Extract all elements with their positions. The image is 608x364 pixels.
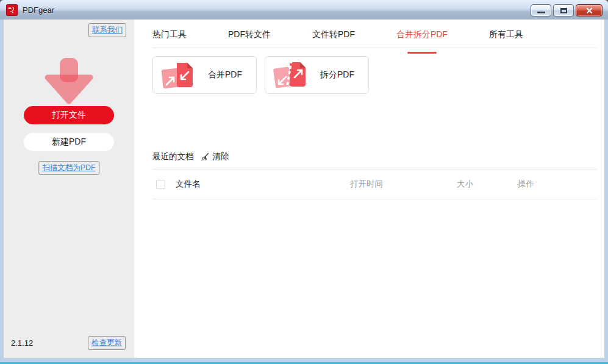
app-window: PDFgear 联系我们 打开文件 新建PDF 扫描 xyxy=(0,0,608,364)
recent-table-header: 文件名 打开时间 大小 操作 xyxy=(134,170,604,199)
column-open-time: 打开时间 xyxy=(350,179,457,190)
tool-cards: 合并PDF 拆分PDF xyxy=(152,56,604,94)
column-filename: 文件名 xyxy=(176,179,350,190)
close-button[interactable] xyxy=(576,4,603,16)
split-pdf-card[interactable]: 拆分PDF xyxy=(265,56,369,94)
download-arrow-icon xyxy=(40,57,98,106)
clear-recent-label: 清除 xyxy=(213,151,229,162)
merge-pdf-icon xyxy=(160,60,195,90)
open-file-button[interactable]: 打开文件 xyxy=(24,106,114,124)
tab-popular-tools[interactable]: 热门工具 xyxy=(152,28,187,48)
new-pdf-button[interactable]: 新建PDF xyxy=(24,133,114,151)
column-actions: 操作 xyxy=(518,179,597,190)
tab-file-to-pdf[interactable]: 文件转PDF xyxy=(312,28,355,48)
tabs-divider xyxy=(152,48,597,48)
window-controls xyxy=(531,4,608,16)
titlebar[interactable]: PDFgear xyxy=(0,0,608,20)
select-all-checkbox[interactable] xyxy=(156,180,165,189)
main-content: 热门工具 PDF转文件 文件转PDF 合并拆分PDF 所有工具 合并PDF xyxy=(134,20,604,358)
minimize-button[interactable] xyxy=(531,4,551,16)
app-logo-icon xyxy=(6,4,18,16)
split-pdf-label: 拆分PDF xyxy=(320,70,354,80)
tab-pdf-to-file[interactable]: PDF转文件 xyxy=(228,28,271,48)
app-version: 2.1.12 xyxy=(11,338,33,348)
contact-us-link[interactable]: 联系我们 xyxy=(88,23,126,37)
maximize-button[interactable] xyxy=(553,4,574,16)
split-pdf-icon xyxy=(273,60,307,90)
recent-documents-title: 最近的文档 xyxy=(152,151,194,162)
scan-to-pdf-link[interactable]: 扫描文档为PDF xyxy=(38,161,99,175)
check-update-link[interactable]: 检查更新 xyxy=(88,336,126,350)
close-icon xyxy=(586,7,593,14)
recent-divider-bottom xyxy=(152,199,597,199)
clear-recent-button[interactable]: 清除 xyxy=(200,151,229,162)
minimize-icon xyxy=(537,12,545,13)
tab-merge-split-pdf[interactable]: 合并拆分PDF xyxy=(396,28,448,48)
broom-icon xyxy=(200,152,210,162)
maximize-icon xyxy=(560,8,567,13)
tab-all-tools[interactable]: 所有工具 xyxy=(489,28,523,48)
recent-documents-header: 最近的文档 清除 xyxy=(152,151,604,162)
merge-pdf-label: 合并PDF xyxy=(208,70,242,80)
tool-tabs: 热门工具 PDF转文件 文件转PDF 合并拆分PDF 所有工具 xyxy=(134,20,604,48)
column-size: 大小 xyxy=(457,179,518,190)
window-title: PDFgear xyxy=(23,5,54,15)
sidebar: 联系我们 打开文件 新建PDF 扫描文档为PDF 2.1.12 检查更新 xyxy=(4,20,134,358)
merge-pdf-card[interactable]: 合并PDF xyxy=(152,56,257,94)
